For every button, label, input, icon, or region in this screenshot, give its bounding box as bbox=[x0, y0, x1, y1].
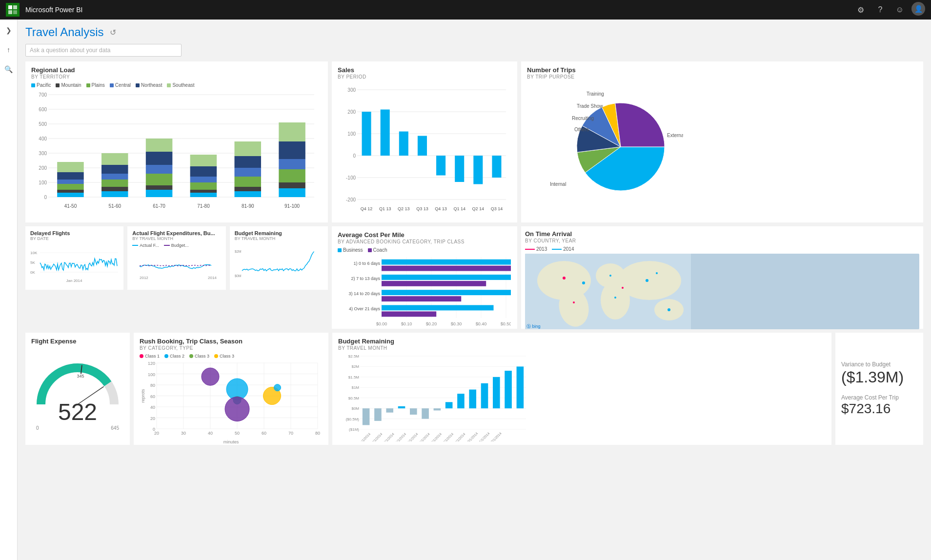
variance-value: ($1.39M) bbox=[841, 368, 917, 386]
delayed-subtitle: BY DATE bbox=[30, 236, 119, 241]
gauge-value: 522 bbox=[58, 399, 97, 425]
avg-cost-card: Average Cost Per Mile BY ADVANCED BOOKIN… bbox=[332, 226, 517, 329]
search-icon[interactable]: 🔍 bbox=[2, 62, 16, 76]
top-navigation: Microsoft Power BI ⚙ ? ☺ 👤 bbox=[0, 0, 931, 20]
page-title: Travel Analysis bbox=[25, 25, 104, 39]
sales-subtitle: BY PERIOD bbox=[338, 74, 511, 80]
regional-load-title: Regional Load bbox=[31, 66, 322, 74]
app-logo bbox=[6, 3, 20, 17]
avg-cost-title: Average Cost Per Mile bbox=[338, 231, 511, 239]
budget-small-title: Budget Remaining bbox=[235, 230, 323, 236]
user-avatar[interactable]: 👤 bbox=[911, 2, 925, 16]
feedback-icon[interactable]: ☺ bbox=[892, 2, 908, 18]
northeast-label: Northeast bbox=[141, 82, 162, 88]
budget-remaining2-card: Budget Remaining BY TRAVEL MONTH bbox=[332, 333, 831, 445]
qa-input[interactable]: Ask a question about your data bbox=[25, 44, 182, 57]
trips-card: Number of Trips BY TRIP PURPOSE bbox=[521, 61, 923, 222]
ontime-title: On Time Arrival bbox=[525, 230, 919, 238]
variance-card: Variance to Budget ($1.39M) Average Cost… bbox=[835, 333, 923, 445]
trips-title: Number of Trips bbox=[527, 66, 917, 74]
rush-booking-subtitle: BY CATEGORY, TYPE bbox=[140, 345, 323, 351]
main-content: Travel Analysis ↺ Ask a question about y… bbox=[18, 20, 931, 560]
delayed-flights-card: Delayed Flights BY DATE bbox=[25, 226, 123, 290]
app-name: Microsoft Power BI bbox=[25, 6, 82, 14]
regional-load-legend: Pacific Mountain Plains Central Northeas… bbox=[31, 82, 322, 88]
ontime-subtitle: BY COUNTRY, YEAR bbox=[525, 238, 919, 243]
budget-remaining-small-card: Budget Remaining BY TRAVEL MONTH bbox=[230, 226, 328, 290]
delayed-title: Delayed Flights bbox=[30, 230, 119, 236]
ontime-card: On Time Arrival BY COUNTRY, YEAR 2013 20… bbox=[521, 226, 923, 329]
trips-subtitle: BY TRIP PURPOSE bbox=[527, 74, 917, 80]
sales-card: Sales BY PERIOD bbox=[332, 61, 517, 222]
gauge-max: 645 bbox=[111, 425, 119, 431]
rush-booking-title: Rush Booking, Trip Class, Season bbox=[140, 338, 323, 345]
southeast-label: Southeast bbox=[172, 82, 194, 88]
svg-rect-0 bbox=[8, 5, 12, 9]
row2-small-cards: Delayed Flights BY DATE Actual Flight Ex… bbox=[25, 226, 328, 290]
flight-expense-title: Flight Expense bbox=[31, 338, 124, 345]
collapse-icon[interactable]: ❯ bbox=[2, 23, 16, 37]
budget2-subtitle: BY TRAVEL MONTH bbox=[338, 345, 826, 351]
sales-title: Sales bbox=[338, 66, 511, 74]
budget-small-subtitle: BY TRAVEL MONTH bbox=[235, 236, 323, 241]
gauge-min: 0 bbox=[36, 425, 39, 431]
budget2-title: Budget Remaining bbox=[338, 338, 826, 345]
avg-cost-subtitle: BY ADVANCED BOOKING CATEGORY, TRIP CLASS bbox=[338, 239, 511, 244]
help-icon[interactable]: ? bbox=[872, 2, 888, 18]
avg-cost-trip-label: Average Cost Per Trip bbox=[841, 394, 917, 401]
row3: Flight Expense 522 0 645 Rush Booking, T… bbox=[25, 333, 923, 445]
nav-icons: ⚙ ? ☺ 👤 bbox=[853, 2, 925, 18]
actual-subtitle: BY TRAVEL MONTH bbox=[132, 236, 221, 241]
actual-title: Actual Flight Expenditures, Bu... bbox=[132, 230, 221, 236]
page-header: Travel Analysis ↺ bbox=[25, 25, 923, 39]
rush-booking-card: Rush Booking, Trip Class, Season BY CATE… bbox=[134, 333, 328, 445]
gauge: 522 0 645 bbox=[31, 345, 124, 440]
actual-flight-card: Actual Flight Expenditures, Bu... BY TRA… bbox=[127, 226, 225, 290]
variance-title: Variance to Budget bbox=[841, 361, 917, 368]
left-sidebar: ❯ ↑ 🔍 bbox=[0, 20, 18, 560]
regional-load-card: Regional Load BY TERRITORY Pacific Mount… bbox=[25, 61, 328, 222]
svg-rect-1 bbox=[13, 5, 17, 9]
settings-icon[interactable]: ⚙ bbox=[853, 2, 869, 18]
avg-cost-trip-value: $723.16 bbox=[841, 401, 917, 417]
bookmark-icon[interactable]: ↑ bbox=[2, 43, 16, 57]
dashboard-grid: Regional Load BY TERRITORY Pacific Mount… bbox=[25, 61, 923, 445]
regional-load-subtitle: BY TERRITORY bbox=[31, 74, 322, 80]
svg-rect-3 bbox=[13, 10, 17, 14]
refresh-icon[interactable]: ↺ bbox=[110, 28, 116, 37]
svg-rect-2 bbox=[8, 10, 12, 14]
flight-expense-card: Flight Expense 522 0 645 bbox=[25, 333, 130, 445]
